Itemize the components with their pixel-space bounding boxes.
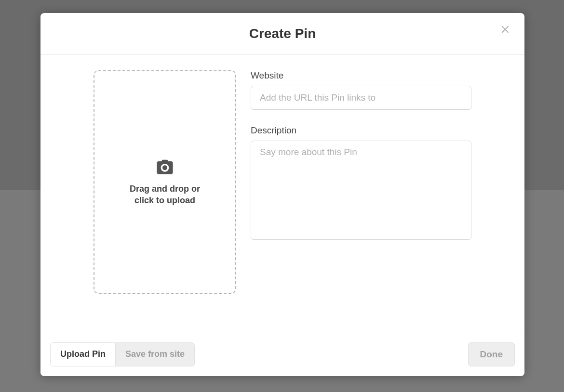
upload-text: Drag and drop or click to upload [130, 183, 200, 207]
modal-footer: Upload Pin Save from site Done [40, 332, 524, 376]
upload-pin-tab[interactable]: Upload Pin [50, 342, 116, 366]
camera-icon [155, 158, 175, 176]
description-input[interactable] [251, 141, 471, 240]
source-toggle: Upload Pin Save from site [50, 342, 195, 366]
upload-dropzone[interactable]: Drag and drop or click to upload [94, 70, 236, 294]
upload-text-line1: Drag and drop or [130, 184, 200, 194]
close-button[interactable] [497, 22, 514, 39]
close-icon [499, 23, 511, 38]
modal-title: Create Pin [249, 26, 316, 41]
description-label: Description [251, 125, 471, 136]
done-button[interactable]: Done [468, 342, 515, 366]
form-column: Website Description [251, 70, 471, 322]
modal-header: Create Pin [40, 13, 524, 55]
modal-backdrop: Create Pin Drag and drop or clic [0, 0, 564, 392]
modal-body: Drag and drop or click to upload Website… [40, 55, 524, 332]
upload-text-line2: click to upload [134, 196, 195, 205]
website-input[interactable] [251, 86, 471, 110]
save-from-site-tab[interactable]: Save from site [116, 342, 195, 366]
create-pin-modal: Create Pin Drag and drop or clic [40, 13, 524, 376]
website-label: Website [251, 70, 471, 81]
